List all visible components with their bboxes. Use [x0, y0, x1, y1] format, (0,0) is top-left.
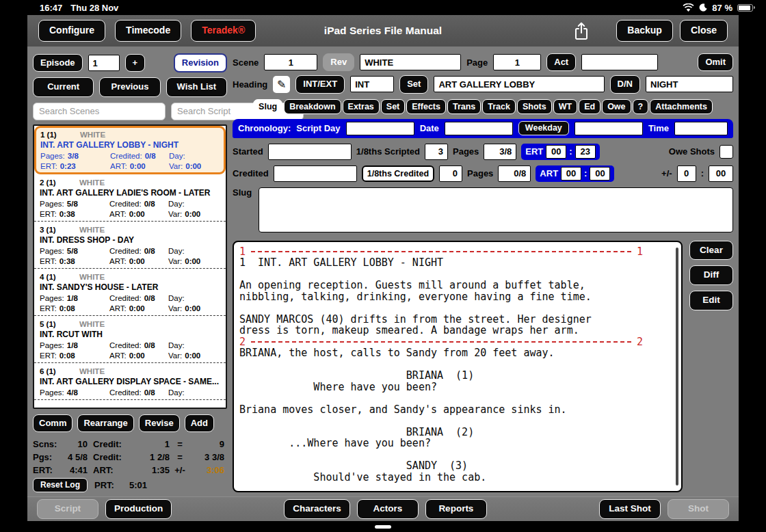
- search-scenes-input[interactable]: [33, 103, 166, 120]
- date-input[interactable]: [445, 122, 513, 135]
- configure-button[interactable]: Configure: [38, 20, 105, 42]
- shot-button[interactable]: Shot: [668, 499, 729, 519]
- scene-number-input[interactable]: [264, 54, 317, 70]
- scene-list-item[interactable]: 5 (1)WHITEINT. RCUT WITHPages:1/8Credite…: [34, 316, 226, 363]
- ert-hours-input[interactable]: [546, 145, 566, 159]
- script-day-input[interactable]: [346, 122, 414, 135]
- pages-scripted-input[interactable]: [484, 144, 516, 160]
- revision-button[interactable]: Revision: [174, 53, 227, 72]
- wishlist-tab-button[interactable]: Wish List: [166, 77, 227, 96]
- totals-variance-value: 3:06: [190, 465, 224, 475]
- script-scrollbar[interactable]: [676, 248, 678, 486]
- ert-minutes-input[interactable]: [575, 145, 596, 159]
- totals-remain2-value: 3 3/8: [190, 452, 224, 462]
- script-line: An opening reception. Guests mill around…: [239, 280, 674, 291]
- tab-track[interactable]: Track: [482, 99, 516, 114]
- time-input[interactable]: [674, 122, 728, 135]
- production-nav-button[interactable]: Production: [105, 499, 172, 519]
- day-night-input[interactable]: [646, 76, 733, 92]
- status-bar: 16:47 Thu 28 Nov 87 %: [0, 0, 766, 15]
- script-nav-button[interactable]: Script: [37, 499, 98, 519]
- timecode-button[interactable]: Timecode: [115, 20, 181, 42]
- backup-button[interactable]: Backup: [616, 20, 673, 42]
- do-not-disturb-moon-icon: [699, 3, 707, 12]
- episode-button[interactable]: Episode: [33, 54, 83, 72]
- current-tab-button[interactable]: Current: [33, 77, 94, 96]
- rev-button[interactable]: Rev: [323, 53, 354, 71]
- totals-scns-label: Scns:: [33, 439, 59, 449]
- scene-list-item[interactable]: 2 (1)WHITEINT. ART GALLERY LADIE'S ROOM …: [34, 174, 226, 222]
- tab-extras[interactable]: Extras: [343, 99, 380, 114]
- tab-set[interactable]: Set: [381, 99, 405, 114]
- rev-color-input[interactable]: [360, 54, 461, 70]
- art-label: ART: [540, 168, 558, 178]
- credited-input[interactable]: [274, 165, 357, 182]
- int-ext-input[interactable]: [350, 76, 394, 92]
- home-strip: [0, 521, 766, 532]
- add-episode-button[interactable]: +: [125, 54, 146, 72]
- int-ext-button[interactable]: INT/EXT: [295, 75, 345, 93]
- eighths-scripted-input[interactable]: [425, 144, 448, 160]
- reset-log-button[interactable]: Reset Log: [33, 478, 88, 492]
- art-minutes-input[interactable]: [590, 167, 610, 181]
- episode-number-input[interactable]: [88, 55, 120, 71]
- edit-button[interactable]: Edit: [689, 291, 733, 310]
- scene-list-item[interactable]: 4 (1)WHITEINT. SANDY'S HOUSE - LATERPage…: [34, 269, 226, 316]
- tab-wt[interactable]: WT: [553, 99, 577, 114]
- tab-shots[interactable]: Shots: [517, 99, 552, 114]
- reports-button[interactable]: Reports: [425, 499, 487, 519]
- weekday-input[interactable]: [574, 122, 643, 135]
- slug-textarea[interactable]: [259, 187, 733, 232]
- totals-plusminus: +/-: [170, 465, 190, 475]
- script-viewer[interactable]: 111 INT. ART GALLERY LOBBY - NIGHT An op…: [233, 241, 683, 493]
- actors-button[interactable]: Actors: [357, 499, 419, 519]
- page-number-input[interactable]: [493, 54, 541, 70]
- set-button[interactable]: Set: [399, 75, 428, 93]
- tab-trans[interactable]: Trans: [447, 99, 481, 114]
- tab-slug[interactable]: Slug: [253, 99, 282, 114]
- diff-button[interactable]: Diff: [689, 265, 733, 285]
- home-indicator[interactable]: [375, 525, 391, 529]
- characters-button[interactable]: Characters: [284, 499, 350, 519]
- owe-shots-checkbox[interactable]: [719, 145, 733, 159]
- tab-attachments[interactable]: Attachments: [650, 99, 713, 114]
- scene-list-item[interactable]: 6 (1)WHITEINT. ART GALLERY DISPLAY SPACE…: [34, 363, 226, 400]
- act-input[interactable]: [581, 54, 658, 70]
- previous-tab-button[interactable]: Previous: [99, 77, 160, 96]
- started-input[interactable]: [268, 144, 352, 160]
- tab--[interactable]: ?: [633, 99, 649, 114]
- weekday-button[interactable]: Weekday: [518, 121, 569, 136]
- close-button[interactable]: Close: [680, 20, 728, 42]
- ert-label: ERT: [525, 146, 543, 157]
- script-line: [239, 359, 674, 371]
- tab-ed[interactable]: Ed: [579, 99, 600, 114]
- act-button[interactable]: Act: [546, 53, 576, 71]
- plusminus-hours-input[interactable]: [677, 165, 696, 182]
- script-line: [239, 302, 674, 314]
- eighths-credited-input[interactable]: [439, 165, 462, 182]
- scene-list-item[interactable]: 3 (1)WHITEINT. DRESS SHOP - DAYPages:5/8…: [34, 222, 226, 269]
- revise-button[interactable]: Revise: [139, 414, 180, 432]
- last-shot-button[interactable]: Last Shot: [599, 499, 661, 519]
- art-hours-input[interactable]: [561, 167, 581, 181]
- share-icon[interactable]: [574, 22, 589, 40]
- pages-credited-label: Pages: [467, 168, 493, 178]
- comm-button[interactable]: Comm: [33, 414, 72, 432]
- tab-breakdown[interactable]: Breakdown: [284, 99, 341, 114]
- tab-effects[interactable]: Effects: [406, 99, 446, 114]
- eighths-credited-button[interactable]: 1/8ths Credited: [362, 165, 434, 182]
- scene-list-item[interactable]: 1 (1)WHITEINT. ART GALLERY LOBBY - NIGHT…: [34, 126, 226, 174]
- totals-art-value: 1:35: [126, 465, 170, 475]
- clear-button[interactable]: Clear: [689, 241, 733, 261]
- edit-heading-pencil-icon[interactable]: ✎: [273, 76, 290, 93]
- rearrange-button[interactable]: Rearrange: [77, 414, 133, 432]
- add-scene-button[interactable]: Add: [185, 414, 214, 432]
- teradek-button[interactable]: Teradek®: [191, 20, 256, 42]
- day-night-button[interactable]: D/N: [610, 75, 640, 93]
- plusminus-minutes-input[interactable]: [709, 165, 733, 182]
- pages-credited-input[interactable]: [498, 165, 531, 182]
- tab-owe[interactable]: Owe: [602, 99, 631, 114]
- omit-button[interactable]: Omit: [698, 53, 733, 71]
- ert-colon: :: [569, 146, 572, 157]
- set-input[interactable]: [434, 76, 604, 92]
